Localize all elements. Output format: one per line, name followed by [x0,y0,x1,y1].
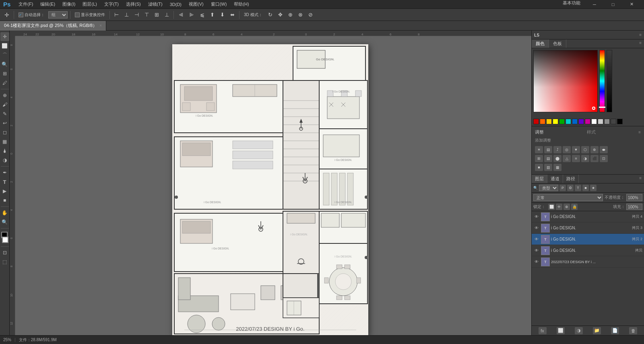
layer-filter-pixel-icon[interactable]: P [559,185,566,191]
adj-invert-icon[interactable]: ◑ [581,155,589,162]
auto-select-dropdown[interactable]: 组 图层 [48,11,68,19]
dodge-tool[interactable]: ◑ [0,156,9,165]
new-layer-group-btn[interactable]: 📁 [593,327,601,334]
minimize-button[interactable]: ─ [585,0,604,9]
layer-filter-shape-icon[interactable]: ■ [582,185,589,191]
distribute-right-btn[interactable]: ⫹ [198,10,206,19]
opacity-input[interactable] [626,194,642,201]
menu-window[interactable]: 窗口(W) [208,0,230,8]
swatch-red[interactable] [533,119,539,124]
layer-filter-type-dropdown[interactable]: 类型 [539,185,558,191]
adj-channelmix-icon[interactable]: ⊞ [535,155,543,162]
spectrum-bar[interactable] [599,50,605,112]
document-canvas[interactable]: 知未网 www.znzmo.com 知未网 www.znzmo.com 知未网 … [15,36,531,335]
layers-panel-menu-btn[interactable]: ≡ [637,175,644,183]
close-button[interactable]: ✕ [622,0,641,9]
layer-item[interactable]: 👁 T i Go DESIGN. 拷贝 [532,245,644,256]
quick-select-tool[interactable]: 🔍 [0,60,9,69]
fill-input[interactable] [626,204,642,210]
lock-pixels-icon[interactable]: ⬜ [548,204,555,210]
adj-posterize-icon[interactable]: ≡ [572,155,580,162]
layer-filter-type-icon[interactable]: T [575,185,581,191]
adj-gradient-icon[interactable]: ▤ [544,155,552,162]
menu-image[interactable]: 图像(I) [59,0,78,8]
adj-curves-icon[interactable]: ⤴ [553,146,561,153]
background-color[interactable] [2,237,8,243]
eraser-tool[interactable]: ◻ [0,128,9,137]
adj-solid-icon[interactable]: ■ [535,164,543,171]
swatch-cyan[interactable] [566,119,571,124]
distribute-left-btn[interactable]: ⫷ [176,10,186,19]
menu-layer[interactable]: 图层(L) [79,0,100,8]
tab-close-button[interactable]: × [99,23,102,28]
document-tab[interactable]: 04-1楼彩屏渲文件.psd @ 25%（线稿, RGB/8） × [0,21,106,31]
align-middle-btn[interactable]: ⊞ [153,10,161,19]
show-transform-checkbox[interactable]: 显示变换控件 [73,10,107,19]
adj-photo-icon[interactable]: ⬬ [600,146,608,153]
eyedropper-tool[interactable]: 🖊 [0,78,9,87]
color-gradient-handle[interactable] [592,107,595,110]
clone-stamp-tool[interactable]: ✎ [0,109,9,118]
blur-tool[interactable]: 🌢 [0,146,9,155]
layers-tab[interactable]: 图层 [532,175,547,183]
menu-filter[interactable]: 滤镜(T) [145,0,166,8]
blend-mode-dropdown[interactable]: 正常 [533,194,603,201]
gradient-tool[interactable]: ▦ [0,137,9,146]
lock-all-icon[interactable]: 🔒 [571,204,578,210]
menu-file[interactable]: 文件(F) [15,0,36,8]
align-left-btn[interactable]: ⊢ [112,10,121,19]
lasso-tool[interactable]: ⌒ [0,51,9,60]
distribute-bottom-btn[interactable]: ⬌ [228,10,237,19]
shape-tool[interactable]: ■ [0,196,9,205]
spectrum-handle[interactable] [599,107,605,108]
pen-tool[interactable]: ✒ [0,168,9,177]
adj-hue-icon[interactable]: ⬡ [581,146,589,153]
3d-pan-btn[interactable]: ✥ [276,10,285,19]
move-tool[interactable]: ✛ [0,32,9,41]
swatch-black[interactable] [617,119,623,124]
swatch-mgray[interactable] [604,119,610,124]
align-bottom-btn[interactable]: ⊥ [163,10,171,19]
distribute-center-btn[interactable]: ⫸ [187,10,196,19]
type-tool[interactable]: T [0,177,9,186]
swatch-orange[interactable] [540,119,545,124]
crop-tool[interactable]: ⊞ [0,69,9,78]
color-gradient-field[interactable] [533,50,598,112]
swatch-dgray[interactable] [611,119,616,124]
delete-layer-btn[interactable]: 🗑 [629,327,637,334]
quick-mask-tool[interactable]: ⊡ [0,248,9,257]
healing-brush-tool[interactable]: ⊕ [0,91,9,100]
3d-roll-btn[interactable]: ⊗ [296,10,305,19]
adj-pattern-icon[interactable]: ▦ [553,164,561,171]
layer-filter-adjust-icon[interactable]: ⚙ [567,185,574,191]
menu-edit[interactable]: 编辑(E) [37,0,58,8]
menu-3d[interactable]: 3D(D) [167,1,185,8]
layer-item[interactable]: 👁 T 2022/07/23 DESIGN BY i ... [532,256,644,268]
swatch-purple[interactable] [578,119,584,124]
menu-help[interactable]: 帮助(H) [231,0,252,8]
3d-rotate-btn[interactable]: ↻ [266,10,275,19]
menu-select[interactable]: 选择(S) [123,0,144,8]
auto-select-checkbox[interactable]: 自动选择： [17,10,47,19]
menu-type[interactable]: 文字(T) [101,0,122,8]
panel-collapse-btn[interactable]: ≡ [639,33,642,37]
layer-filter-smart-icon[interactable]: ★ [590,185,597,191]
3d-slide-btn[interactable]: ⊘ [306,10,315,19]
layer-visibility-toggle[interactable]: 👁 [533,236,540,243]
adj-levels-icon[interactable]: ▤ [544,146,552,153]
adj-colorbalance-icon[interactable]: ⊕ [590,146,599,153]
color-panel-menu-btn[interactable]: ≡ [637,39,644,48]
swatch-blue[interactable] [572,119,578,124]
adj-grad2-icon[interactable]: ▥ [544,164,552,171]
fg-bg-colors[interactable] [0,232,9,243]
swatch-lgray[interactable] [598,119,603,124]
swatch-white[interactable] [591,119,597,124]
adjustments-collapse-btn[interactable]: ≡ [638,130,641,134]
adj-threshold-icon[interactable]: △ [563,155,571,162]
layer-visibility-toggle[interactable]: 👁 [533,225,540,231]
path-select-tool[interactable]: ▶ [0,187,9,196]
layer-visibility-toggle[interactable]: 👁 [533,214,540,220]
align-right-btn[interactable]: ⊣ [132,10,141,19]
adj-lookup-icon[interactable]: ⊡ [600,155,608,162]
swatch-magenta[interactable] [585,119,590,124]
